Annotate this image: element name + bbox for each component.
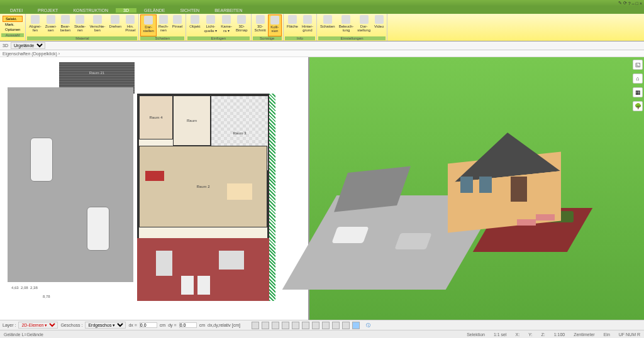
ribbon-label-auswahl: Auswahl — [1, 33, 24, 37]
view-tool-grid-icon[interactable]: ▦ — [633, 87, 643, 97]
ribbon-section-label: Info — [285, 36, 315, 40]
ribbon-icon — [237, 15, 246, 24]
layer-label: Layer : — [3, 323, 16, 327]
view-tool-tree-icon[interactable]: 🌳 — [633, 101, 643, 111]
ribbon-beleuch-button[interactable]: Beleuch-tung — [337, 14, 356, 36]
room-label: Raum 4 — [149, 116, 162, 119]
options-button[interactable]: Optionen — [3, 27, 23, 32]
menu-konstruktion[interactable]: KONSTRUKTION — [65, 8, 116, 13]
lounger-2d — [197, 276, 210, 295]
terrain-dropdown[interactable]: Urgelände — [11, 42, 45, 49]
bottom-tool-icon[interactable] — [292, 322, 299, 329]
hedge-2d — [269, 94, 275, 301]
house-3d — [448, 120, 574, 221]
title-bar: ✎ ⟳ ? – □ × — [0, 0, 644, 6]
ribbon-zuwei-button[interactable]: Zuwei-sen — [43, 14, 58, 36]
ribbon-licht-button[interactable]: Licht-quelle ▾ — [203, 14, 219, 36]
maximize-icon[interactable]: □ — [636, 1, 638, 6]
ribbon-pinsel-button[interactable]: Pinsel — [170, 14, 184, 36]
ribbon-section-label: Einstellungen — [318, 36, 386, 40]
ribbon-icon — [31, 15, 40, 24]
ribbon-schatten-button[interactable]: Schatten — [318, 14, 337, 36]
ribbon-drehen-button[interactable]: Drehen — [107, 14, 123, 36]
bottom-tool-icon[interactable] — [272, 322, 279, 329]
status-ein: Ein — [604, 332, 610, 337]
car-3d — [394, 233, 431, 249]
coord-mode[interactable]: dx,dy,relativ [cm] — [208, 323, 240, 327]
status-scale: 1:1 sel — [494, 332, 507, 337]
ribbon-hin-button[interactable]: Hin.Pinsel — [123, 14, 137, 36]
ribbon-rech-button[interactable]: Rech-nen — [157, 14, 170, 36]
tool-icon[interactable]: ✎ — [618, 1, 622, 6]
menu-bearbeiten[interactable]: BEARBEITEN — [207, 8, 250, 13]
bottom-tool-icon[interactable] — [252, 322, 259, 329]
minimize-icon[interactable]: – — [632, 1, 635, 6]
ribbon-icon — [360, 15, 369, 24]
workspace: Raum 21 Raum 4 Raum Raum 3 Raum 2 4, — [0, 57, 644, 320]
bottom-tool-icon[interactable] — [312, 322, 319, 329]
ribbon-verschie-button[interactable]: Verschie-ben — [87, 14, 107, 36]
ribbon-section-label: Einfügen — [187, 36, 249, 40]
status-z: Z: — [541, 332, 545, 337]
menu-sichten[interactable]: SICHTEN — [172, 8, 207, 13]
close-icon[interactable]: × — [640, 1, 642, 6]
status-bar: Gelände L=Gelände Selektion 1:1 sel X: Y… — [0, 330, 644, 338]
door-3d — [511, 177, 527, 202]
bottom-tool-icon[interactable] — [352, 322, 360, 329]
ribbon-dar-button[interactable]: Dar-stellung — [355, 14, 372, 36]
menu-datei[interactable]: DATEI — [3, 8, 30, 13]
mark-button[interactable]: Mark. — [3, 22, 23, 27]
lounger-2d — [181, 276, 194, 295]
tool-icon[interactable]: ⟳ — [623, 1, 627, 6]
ribbon: Selekt. Mark. Optionen Auswahl Abgrei-fe… — [0, 14, 644, 41]
ribbon-icon — [288, 15, 297, 24]
ribbon-d-button[interactable]: 3D-Bitmap — [234, 14, 250, 36]
dy-input[interactable] — [179, 322, 197, 328]
ribbon-icon — [47, 15, 55, 24]
ribbon-icon — [375, 15, 384, 24]
bottom-tool-icon[interactable] — [262, 322, 269, 329]
view-tools: ◱ ⌂ ▦ 🌳 — [633, 60, 643, 111]
viewport-2d[interactable]: Raum 21 Raum 4 Raum Raum 3 Raum 2 4, — [0, 57, 309, 320]
ribbon-abgrei-button[interactable]: Abgrei-fen — [27, 14, 43, 36]
status-left: Gelände L=Gelände — [4, 332, 43, 337]
bottom-tool-icon[interactable] — [282, 322, 289, 329]
ribbon-kolli-button[interactable]: Kolli-sion — [268, 14, 282, 36]
ribbon-skalie-button[interactable]: Skalie-ren — [72, 14, 87, 36]
ribbon-hinter-button[interactable]: Hinter-grund — [300, 14, 315, 36]
view-tool-layers-icon[interactable]: ◱ — [633, 60, 643, 70]
ribbon-bear-button[interactable]: Bear-beiten — [58, 14, 72, 36]
bottom-tool-icon[interactable] — [302, 322, 309, 329]
status-selektion: Selektion — [467, 332, 485, 337]
ribbon-flche-button[interactable]: Fläche — [285, 14, 300, 36]
info-icon[interactable]: ⓘ — [366, 322, 370, 329]
bottom-tool-icon[interactable] — [322, 322, 330, 329]
ribbon-dar-button[interactable]: Dar-stellen — [140, 14, 156, 36]
car-3d — [331, 227, 369, 243]
bottom-tool-icon[interactable] — [332, 322, 340, 329]
terrace-2d — [137, 238, 269, 301]
menu-gelaende[interactable]: GELÄNDE — [136, 8, 172, 13]
properties-bar[interactable]: Eigenschaften (Doppelklick) › — [0, 50, 644, 57]
room-label: Raum 2 — [196, 185, 209, 188]
ribbon-icon — [222, 15, 231, 24]
menu-bar: DATEI PROJEKT KONSTRUKTION 3D GELÄNDE SI… — [0, 6, 644, 14]
menu-projekt[interactable]: PROJEKT — [30, 8, 65, 13]
dx-input[interactable] — [140, 322, 157, 328]
geschoss-dropdown[interactable]: Erdgeschos ▾ — [85, 322, 126, 329]
ribbon-d-button[interactable]: 3D-Schnitt — [253, 14, 268, 36]
view-tool-home-icon[interactable]: ⌂ — [633, 74, 643, 84]
ribbon-icon — [303, 15, 312, 24]
ribbon-video-button[interactable]: Video — [372, 14, 386, 36]
ribbon-kame-button[interactable]: Kame-ra ▾ — [219, 14, 234, 36]
window-3d — [460, 177, 473, 193]
bottom-tool-icon[interactable] — [342, 322, 350, 329]
viewport-3d[interactable]: ◱ ⌂ ▦ 🌳 — [309, 57, 644, 320]
layer-dropdown[interactable]: 2D-Elemen ▾ — [18, 322, 58, 329]
ribbon-objekt-button[interactable]: Objekt — [187, 14, 202, 36]
select-button[interactable]: Selekt. — [3, 16, 23, 22]
help-icon[interactable]: ? — [628, 1, 631, 6]
ribbon-icon — [191, 15, 199, 24]
status-y: Y: — [528, 332, 532, 337]
menu-3d[interactable]: 3D — [116, 8, 136, 13]
